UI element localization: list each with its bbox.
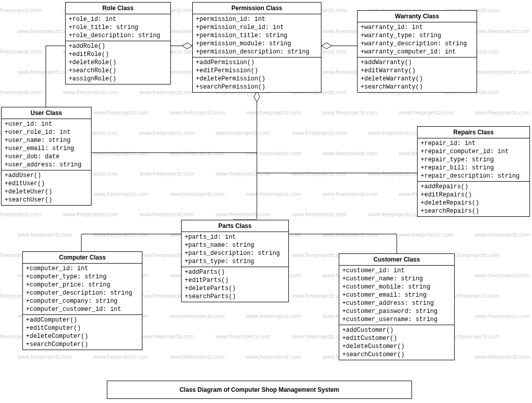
svg-marker-4 [182,43,192,49]
watermark-text: www.freeprojectz.com [246,354,301,360]
watermark-text: www.freeprojectz.com [475,313,530,319]
class-member: +addWarranty() [361,59,474,67]
class-attributes: +parts_id: int+parts_name: string+parts_… [182,232,288,267]
watermark-text: www.freeprojectz.com [17,69,72,75]
watermark-text: www.freeprojectz.com [139,130,194,136]
class-member: +deleteRepairs() [421,199,526,207]
class-member: +parts_id: int [185,233,285,241]
class-member: +searchParts() [185,293,285,301]
watermark-text: www.freeprojectz.com [368,211,423,217]
class-member: +assignRole() [69,75,167,83]
class-member: +role_id: int [69,15,167,23]
watermark-text: www.freeprojectz.com [322,232,377,238]
watermark-text: www.freeprojectz.com [170,354,225,360]
watermark-text: www.freeprojectz.com [292,170,347,177]
class-member: +editRole() [69,50,167,59]
class-member: +searchWarranty() [361,83,474,91]
watermark-text: www.freeprojectz.com [94,354,149,360]
watermark-text: www.freeprojectz.com [216,211,271,217]
class-title: Parts Class [182,220,288,232]
class-methods: +addPermission()+editPermission()+delete… [193,57,321,92]
watermark-text: www.freeprojectz.com [216,130,271,136]
class-member: +warranty_computer_id: int [361,48,474,56]
class-member: +permission_id: int [196,15,318,23]
class-attributes: +customer_id: int+customer_name: string+… [339,266,454,325]
class-member: +warranty_type: string [361,32,474,40]
class-member: +editParts() [185,276,285,284]
class-methods: +addRepairs()+editRepairs()+deleteRepair… [418,182,529,216]
class-member: +addParts() [185,268,285,276]
class-member: +deleteUser() [5,188,88,196]
watermark-text: www.freeprojectz.com [292,211,347,217]
class-repairs: Repairs Class +repair_id: int+repair_com… [417,126,530,217]
watermark-text: www.freeprojectz.com [475,232,530,238]
class-member: +repair_description: string [421,172,526,180]
watermark-text: www.freeprojectz.com [63,211,118,217]
class-member: +role_description: string [69,32,167,40]
watermark-text: www.freeprojectz.com [94,232,149,238]
class-attributes: +role_id: int+role_title: string+role_de… [66,14,170,41]
class-member: +computer_id: int [26,265,139,273]
watermark-text: www.freeprojectz.com [246,191,301,197]
watermark-text: www.freeprojectz.com [17,354,72,360]
class-member: +customer_username: string [342,315,451,324]
watermark-text: www.freeprojectz.com [170,109,225,116]
watermark-text: www.freeprojectz.com [475,28,530,34]
class-member: +searchCustomer() [342,351,451,359]
class-member: +addCustomer() [342,326,451,334]
class-member: +repair_type: string [421,156,526,164]
class-member: +searchUser() [5,196,88,204]
watermark-text: www.freeprojectz.com [368,130,423,136]
class-member: +editComputer() [26,324,139,332]
watermark-text: www.freeprojectz.com [292,130,347,136]
watermark-text: www.freeprojectz.com [246,109,301,116]
class-methods: +addUser()+editUser()+deleteUser()+searc… [2,170,91,205]
class-attributes: +user_id: int+user_role_id: int+user_nam… [2,119,91,170]
class-member: +user_id: int [5,120,88,128]
class-methods: +addCustomer()+editCustomer()+deleteCust… [339,325,454,360]
class-role: Role Class +role_id: int+role_title: str… [65,2,171,84]
class-member: +customer_password: string [342,307,451,315]
class-member: +repair_bill: string [421,164,526,172]
class-member: +customer_name: string [342,275,451,283]
class-title: Permission Class [193,3,321,14]
class-member: +computer_customer_id: int [26,305,139,313]
class-member: +user_dob: date [5,153,88,161]
class-member: +parts_description: string [185,249,285,257]
watermark-text: www.freeprojectz.com [139,211,194,217]
watermark-text: www.freeprojectz.com [0,48,42,54]
class-member: +computer_price: string [26,281,139,289]
class-member: +customer_mobile: string [342,283,451,291]
watermark-text: www.freeprojectz.com [246,313,301,319]
class-member: +deleteWarranty() [361,75,474,83]
class-customer: Customer Class +customer_id: int+custome… [339,253,455,360]
class-member: +warranty_description: string [361,40,474,48]
class-member: +permission_title: string [196,32,318,40]
class-member: +permission_role_id: int [196,23,318,32]
class-member: +permission_description: string [196,48,318,56]
class-member: +searchRole() [69,67,167,75]
watermark-text: www.freeprojectz.com [322,109,377,116]
class-member: +deleteCustomer() [342,342,451,351]
watermark-text: www.freeprojectz.com [246,150,301,156]
class-user: User Class +user_id: int+user_role_id: i… [1,107,92,206]
svg-marker-6 [321,43,332,49]
watermark-text: www.freeprojectz.com [170,191,225,197]
class-member: +editCustomer() [342,334,451,342]
class-member: +addPermission() [196,59,318,67]
class-title: Warranty Class [358,11,477,22]
watermark-text: www.freeprojectz.com [170,150,225,156]
class-member: +addRole() [69,42,167,50]
watermark-text: www.freeprojectz.com [94,191,149,197]
class-member: +deleteRole() [69,59,167,67]
watermark-text: www.freeprojectz.com [216,333,271,339]
watermark-text: www.freeprojectz.com [216,170,271,177]
watermark-text: www.freeprojectz.com [368,170,423,177]
watermark-text: www.freeprojectz.com [139,333,194,339]
class-title: Customer Class [339,254,454,266]
class-member: +parts_type: string [185,257,285,266]
watermark-text: www.freeprojectz.com [322,191,377,197]
class-member: +repair_computer_id: int [421,148,526,156]
svg-marker-7 [254,92,260,102]
class-member: +user_role_id: int [5,128,88,136]
